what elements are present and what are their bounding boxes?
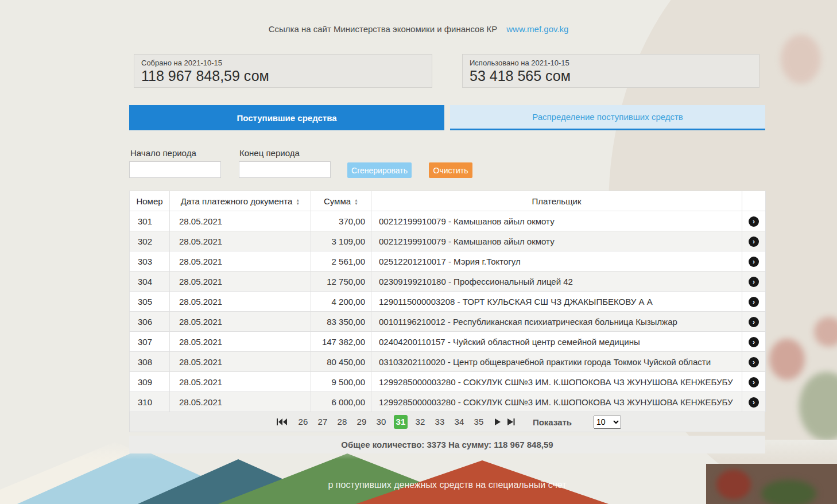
cell-amount: 6 000,00 (311, 392, 371, 412)
period-start-label: Начало периода (130, 148, 196, 158)
cell-number: 308 (130, 352, 170, 372)
first-page-button[interactable] (276, 418, 288, 426)
cell-number: 304 (130, 272, 170, 292)
cell-date: 28.05.2021 (170, 312, 311, 332)
last-page-button[interactable] (507, 418, 515, 426)
page-number-33[interactable]: 33 (433, 415, 447, 429)
row-detail-button[interactable]: › (749, 277, 759, 287)
column-header-amount[interactable]: Сумма▲▼ (311, 191, 371, 211)
period-end-label: Конец периода (239, 148, 300, 158)
cell-date: 28.05.2021 (170, 211, 311, 231)
cell-amount: 370,00 (311, 211, 371, 231)
sort-icon[interactable]: ▲▼ (354, 199, 358, 206)
cell-payer: 00101196210012 - Республиканская психиат… (371, 312, 742, 332)
cell-payer: 02512201210017 - Мэрия г.Токтогул (371, 251, 742, 272)
table-row: 30128.05.2021370,0000212199910079 - Камы… (130, 211, 766, 231)
cell-date: 28.05.2021 (170, 292, 311, 312)
cell-actions: › (742, 292, 766, 312)
cell-date: 28.05.2021 (170, 231, 311, 251)
page-number-35[interactable]: 35 (472, 415, 486, 429)
page-number-34[interactable]: 34 (452, 415, 466, 429)
cell-number: 301 (130, 211, 170, 231)
clear-button[interactable]: Очистить (429, 162, 472, 178)
cell-payer: 03103202110020 - Центр общеврачебной пра… (371, 352, 742, 372)
page-number-32[interactable]: 32 (413, 415, 427, 429)
page-list: 26272829303132333435 (296, 415, 486, 429)
row-detail-button[interactable]: › (749, 377, 759, 387)
cell-number: 303 (130, 251, 170, 272)
cell-payer: 1299285000003280 - СОКУЛУК СШ№3 ИМ. К.ШО… (371, 392, 742, 412)
row-detail-button[interactable]: › (749, 317, 759, 327)
row-detail-button[interactable]: › (749, 216, 759, 227)
cell-actions: › (742, 332, 766, 352)
cell-date: 28.05.2021 (170, 372, 311, 392)
sort-icon[interactable]: ▲▼ (296, 199, 300, 206)
table-row: 31028.05.20216 000,001299285000003280 - … (130, 392, 766, 412)
period-start-input[interactable] (129, 161, 221, 178)
used-label: Использовано на 2021-10-15 (470, 59, 752, 67)
cell-date: 28.05.2021 (170, 251, 311, 272)
cell-actions: › (742, 392, 766, 412)
footer-caption: р поступивших денежных средств на специа… (0, 480, 837, 490)
cell-payer: 00212199910079 - Камышанов айыл окмоту (371, 211, 742, 231)
ministry-link[interactable]: www.mef.gov.kg (506, 24, 568, 34)
table-header-row: Номер Дата платежного документа▲▼ Сумма▲… (130, 191, 766, 211)
cell-payer: 02404200110157 - Чуйский областной центр… (371, 332, 742, 352)
cell-actions: › (742, 231, 766, 251)
cell-number: 305 (130, 292, 170, 312)
page-number-27[interactable]: 27 (316, 415, 330, 429)
cell-actions: › (742, 312, 766, 332)
table-row: 30828.05.202180 450,0003103202110020 - Ц… (130, 352, 766, 372)
column-header-date[interactable]: Дата платежного документа▲▼ (170, 191, 311, 211)
ministry-link-label: Ссылка на сайт Министерства экономики и … (269, 24, 498, 34)
cell-date: 28.05.2021 (170, 352, 311, 372)
cell-amount: 83 350,00 (311, 312, 371, 332)
cell-actions: › (742, 251, 766, 272)
cell-actions: › (742, 211, 766, 231)
cell-amount: 2 561,00 (311, 251, 371, 272)
cell-actions: › (742, 352, 766, 372)
page-number-26[interactable]: 26 (296, 415, 310, 429)
page-number-29[interactable]: 29 (355, 415, 369, 429)
table-row: 30628.05.202183 350,0000101196210012 - Р… (130, 312, 766, 332)
table-body: 30128.05.2021370,0000212199910079 - Камы… (130, 211, 766, 412)
cell-date: 28.05.2021 (170, 332, 311, 352)
next-page-button[interactable] (494, 418, 501, 426)
tab-incoming-funds[interactable]: Поступившие средства (129, 105, 444, 130)
row-detail-button[interactable]: › (749, 397, 759, 408)
cell-amount: 9 500,00 (311, 372, 371, 392)
table-row: 30728.05.2021147 382,0002404200110157 - … (130, 332, 766, 352)
table-row: 30428.05.202112 750,0002309199210180 - П… (130, 272, 766, 292)
table-row: 30528.05.20214 200,001290115000003208 - … (130, 292, 766, 312)
show-label: Показать (533, 417, 572, 427)
column-header-number: Номер (130, 191, 170, 211)
page-size-select[interactable]: 10 (594, 416, 621, 429)
column-header-actions (742, 191, 766, 211)
row-detail-button[interactable]: › (749, 337, 759, 347)
used-value: 53 418 565 сом (470, 68, 752, 84)
page-number-28[interactable]: 28 (335, 415, 349, 429)
collected-summary-box: Собрано на 2021-10-15 118 967 848,59 сом (134, 54, 432, 88)
cell-actions: › (742, 372, 766, 392)
tab-funds-distribution[interactable]: Распределение поступивших средств (450, 105, 765, 130)
header-link-row: Ссылка на сайт Министерства экономики и … (0, 24, 837, 34)
payments-table: Номер Дата платежного документа▲▼ Сумма▲… (129, 191, 766, 412)
collected-value: 118 967 848,59 сом (141, 68, 425, 84)
cell-payer: 1290115000003208 - ТОРТ КУЛЬСКАЯ СШ ЧЗ Д… (371, 292, 742, 312)
cell-amount: 3 109,00 (311, 231, 371, 251)
generate-button[interactable]: Сгенерировать (347, 162, 412, 178)
tab-bar: Поступившие средства Распределение посту… (129, 105, 765, 130)
page-number-30[interactable]: 30 (374, 415, 388, 429)
cell-number: 306 (130, 312, 170, 332)
cell-number: 309 (130, 372, 170, 392)
cell-payer: 1299285000003280 - СОКУЛУК СШ№3 ИМ. К.ШО… (371, 372, 742, 392)
totals-bar: Общее количество: 3373 На сумму: 118 967… (129, 436, 765, 453)
page-number-31[interactable]: 31 (394, 415, 408, 429)
row-detail-button[interactable]: › (749, 257, 759, 267)
row-detail-button[interactable]: › (749, 357, 759, 367)
row-detail-button[interactable]: › (749, 237, 759, 247)
row-detail-button[interactable]: › (749, 297, 759, 307)
used-summary-box: Использовано на 2021-10-15 53 418 565 со… (462, 54, 760, 88)
period-end-input[interactable] (239, 161, 331, 178)
cell-date: 28.05.2021 (170, 392, 311, 412)
